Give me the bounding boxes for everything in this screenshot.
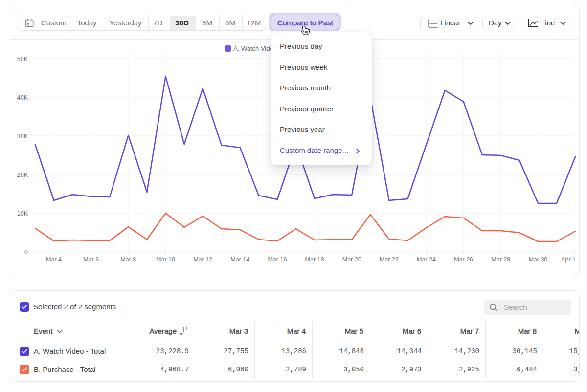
svg-text:Mar 24: Mar 24 — [417, 256, 436, 263]
svg-text:30K: 30K — [17, 133, 28, 140]
svg-text:Mar 14: Mar 14 — [230, 256, 249, 263]
svg-text:0: 0 — [24, 249, 28, 256]
svg-text:Mar 26: Mar 26 — [454, 256, 473, 263]
svg-text:Mar 12: Mar 12 — [193, 256, 212, 263]
svg-text:Mar 28: Mar 28 — [491, 256, 510, 263]
svg-text:Mar 4: Mar 4 — [46, 256, 62, 263]
svg-text:10K: 10K — [17, 210, 28, 217]
svg-text:Mar 18: Mar 18 — [305, 256, 324, 263]
svg-text:Mar 10: Mar 10 — [156, 256, 175, 263]
svg-text:40K: 40K — [17, 94, 28, 101]
svg-text:Mar 16: Mar 16 — [268, 256, 287, 263]
svg-text:Apr 1: Apr 1 — [561, 256, 576, 263]
svg-text:Mar 30: Mar 30 — [528, 256, 547, 263]
svg-text:Mar 8: Mar 8 — [120, 256, 136, 263]
svg-text:50K: 50K — [17, 56, 28, 63]
svg-text:Mar 20: Mar 20 — [342, 256, 361, 263]
svg-text:Mar 22: Mar 22 — [380, 256, 399, 263]
svg-text:20K: 20K — [17, 172, 28, 178]
svg-text:Mar 6: Mar 6 — [83, 256, 99, 263]
